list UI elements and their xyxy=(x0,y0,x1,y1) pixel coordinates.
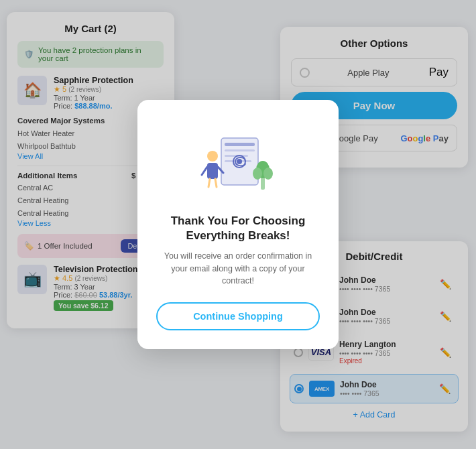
modal-overlay: Thank You For Choosing Everything Breaks… xyxy=(0,0,476,449)
svg-line-7 xyxy=(202,167,207,175)
continue-shopping-button[interactable]: Continue Shopping xyxy=(156,302,320,330)
svg-point-5 xyxy=(207,151,218,162)
svg-rect-2 xyxy=(225,149,255,151)
success-modal: Thank You For Choosing Everything Breaks… xyxy=(137,100,339,349)
svg-point-14 xyxy=(263,168,273,180)
modal-title: Thank You For Choosing Everything Breaks… xyxy=(156,214,320,243)
svg-rect-1 xyxy=(225,143,255,146)
svg-rect-6 xyxy=(207,163,218,179)
modal-subtitle: You will receive an order confirmation i… xyxy=(156,250,320,287)
svg-line-10 xyxy=(215,179,217,187)
svg-line-9 xyxy=(209,179,210,187)
svg-point-16 xyxy=(237,159,242,164)
svg-point-13 xyxy=(253,168,262,180)
modal-illustration xyxy=(198,121,278,202)
